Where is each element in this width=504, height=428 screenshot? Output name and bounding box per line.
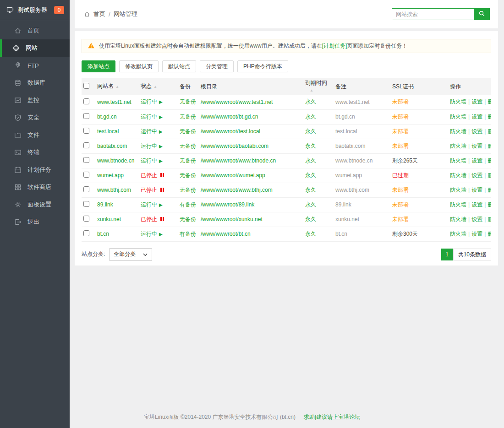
action-firewall[interactable]: 防火墙 xyxy=(450,201,466,208)
site-expire[interactable]: 永久 xyxy=(305,114,316,120)
row-checkbox[interactable] xyxy=(83,216,89,222)
site-name[interactable]: bt.cn xyxy=(97,231,109,237)
site-path[interactable]: /www/wwwroot/wumei.app xyxy=(201,172,265,179)
sidebar-item-appstore[interactable]: 软件商店 xyxy=(0,179,70,196)
site-expire[interactable]: 永久 xyxy=(305,128,316,135)
default-site-button[interactable]: 默认站点 xyxy=(162,60,196,72)
action-settings[interactable]: 设置 xyxy=(471,157,482,164)
site-backup[interactable]: 无备份 xyxy=(180,172,196,179)
site-remark[interactable]: xunku.net xyxy=(335,216,359,222)
site-name[interactable]: xunku.net xyxy=(97,216,121,222)
site-path[interactable]: /www/wwwroot/www.test1.net xyxy=(201,99,273,105)
site-expire[interactable]: 永久 xyxy=(305,201,316,208)
action-delete[interactable]: 删除 xyxy=(488,128,491,135)
sidebar-item-database[interactable]: 数据库 xyxy=(0,74,70,92)
site-remark[interactable]: www.bthj.com xyxy=(335,187,369,193)
php-cli-version-button[interactable]: PHP命令行版本 xyxy=(237,60,288,72)
site-status[interactable]: 运行中▶ xyxy=(141,143,163,149)
action-settings[interactable]: 设置 xyxy=(471,172,482,179)
site-status[interactable]: 运行中▶ xyxy=(141,98,163,105)
row-checkbox[interactable] xyxy=(83,98,89,104)
site-ssl[interactable]: 未部署 xyxy=(392,201,409,208)
site-status[interactable]: 运行中▶ xyxy=(141,128,163,135)
row-checkbox[interactable] xyxy=(83,186,89,192)
site-remark[interactable]: wumei.app xyxy=(335,172,362,179)
site-status[interactable]: 运行中▶ xyxy=(141,157,163,164)
site-remark[interactable]: www.test1.net xyxy=(335,99,370,105)
site-remark[interactable]: bt.gd.cn xyxy=(335,114,355,120)
action-firewall[interactable]: 防火墙 xyxy=(450,114,466,120)
sidebar-item-cron[interactable]: 计划任务 xyxy=(0,161,70,179)
forum-link[interactable]: 求助|建议请上宝塔论坛 xyxy=(304,413,360,421)
action-settings[interactable]: 设置 xyxy=(471,231,482,237)
site-path[interactable]: /www/wwwroot/xunku.net xyxy=(201,216,263,222)
action-delete[interactable]: 删除 xyxy=(488,98,491,105)
site-ssl[interactable]: 未部署 xyxy=(392,98,409,105)
site-ssl[interactable]: 剩余265天 xyxy=(392,157,418,164)
sidebar-item-settings[interactable]: 面板设置 xyxy=(0,196,70,213)
action-settings[interactable]: 设置 xyxy=(471,216,482,222)
site-path[interactable]: /www/wwwroot/www.btnode.cn xyxy=(201,157,276,164)
category-select[interactable]: 全部分类 xyxy=(109,248,152,261)
action-delete[interactable]: 删除 xyxy=(488,216,491,222)
action-settings[interactable]: 设置 xyxy=(471,98,482,105)
row-checkbox[interactable] xyxy=(83,230,89,236)
site-status[interactable]: 运行中▶ xyxy=(141,114,163,120)
site-backup[interactable]: 无备份 xyxy=(180,187,196,193)
sidebar-item-security[interactable]: 安全 xyxy=(0,109,70,126)
site-remark[interactable]: test.local xyxy=(335,128,357,135)
site-backup[interactable]: 有备份 xyxy=(180,231,196,237)
site-ssl[interactable]: 未部署 xyxy=(392,216,409,222)
site-name[interactable]: 89.link xyxy=(97,201,113,208)
page-number-button[interactable]: 1 xyxy=(441,249,453,260)
site-name[interactable]: baotabi.com xyxy=(97,143,127,149)
site-remark[interactable]: www.btnode.cn xyxy=(335,157,373,164)
site-path[interactable]: /www/wwwroot/baotabi.com xyxy=(201,143,268,149)
site-ssl[interactable]: 剩余300天 xyxy=(392,231,418,237)
action-delete[interactable]: 删除 xyxy=(488,187,491,193)
site-path[interactable]: /www/wwwroot/test.local xyxy=(201,128,260,135)
site-path[interactable]: /www/wwwroot/89.link xyxy=(201,201,254,208)
breadcrumb-item-home[interactable]: 首页 xyxy=(93,10,105,18)
site-backup[interactable]: 无备份 xyxy=(180,216,196,222)
site-backup[interactable]: 无备份 xyxy=(180,98,196,105)
search-input[interactable] xyxy=(392,9,474,20)
sort-arrow-icon[interactable] xyxy=(152,83,157,89)
action-settings[interactable]: 设置 xyxy=(471,128,482,135)
site-backup[interactable]: 无备份 xyxy=(180,114,196,120)
sidebar-item-ftp[interactable]: FTP xyxy=(0,57,70,74)
action-firewall[interactable]: 防火墙 xyxy=(450,157,466,164)
site-ssl[interactable]: 未部署 xyxy=(392,143,409,149)
action-firewall[interactable]: 防火墙 xyxy=(450,143,466,149)
site-backup[interactable]: 有备份 xyxy=(180,201,196,208)
action-delete[interactable]: 删除 xyxy=(488,231,491,237)
sidebar-item-monitor[interactable]: 监控 xyxy=(0,92,70,109)
action-settings[interactable]: 设置 xyxy=(471,143,482,149)
select-all-checkbox[interactable] xyxy=(83,83,89,89)
site-expire[interactable]: 永久 xyxy=(305,172,316,179)
site-ssl[interactable]: 已过期 xyxy=(392,172,409,179)
site-status[interactable]: 已停止▶ xyxy=(141,187,164,193)
site-backup[interactable]: 无备份 xyxy=(180,157,196,164)
site-ssl[interactable]: 未部署 xyxy=(392,128,409,135)
site-expire[interactable]: 永久 xyxy=(305,143,316,149)
column-header[interactable]: 状态 xyxy=(140,78,179,95)
site-status[interactable]: 已停止▶ xyxy=(141,216,164,222)
action-settings[interactable]: 设置 xyxy=(471,114,482,120)
column-header[interactable]: 到期时间 xyxy=(304,78,334,95)
action-settings[interactable]: 设置 xyxy=(471,201,482,208)
site-expire[interactable]: 永久 xyxy=(305,98,316,105)
site-path[interactable]: /www/wwwroot/www.bthj.com xyxy=(201,187,273,193)
action-firewall[interactable]: 防火墙 xyxy=(450,187,466,193)
sidebar-item-terminal[interactable]: 终端 xyxy=(0,144,70,161)
sort-arrow-icon[interactable] xyxy=(305,87,333,93)
row-checkbox[interactable] xyxy=(83,157,89,163)
site-name[interactable]: www.test1.net xyxy=(97,99,131,105)
row-checkbox[interactable] xyxy=(83,128,89,134)
site-path[interactable]: /www/wwwroot/bt.cn xyxy=(201,231,251,237)
action-delete[interactable]: 删除 xyxy=(488,172,491,179)
action-firewall[interactable]: 防火墙 xyxy=(450,128,466,135)
row-checkbox[interactable] xyxy=(83,201,89,207)
site-remark[interactable]: baotabi.com xyxy=(335,143,365,149)
action-firewall[interactable]: 防火墙 xyxy=(450,231,466,237)
